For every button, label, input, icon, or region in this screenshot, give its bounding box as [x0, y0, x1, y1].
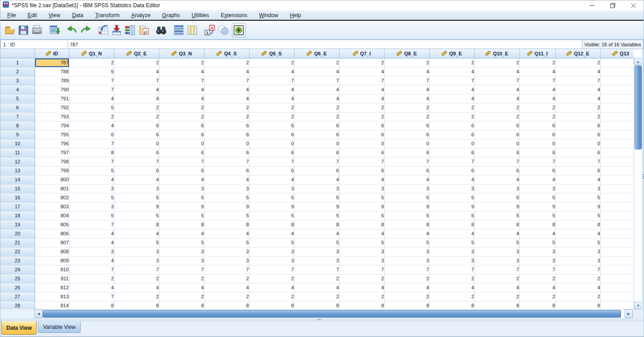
vertical-scrollbar[interactable]: ▲ ▼: [634, 58, 642, 309]
data-cell[interactable]: 4: [69, 256, 114, 265]
data-cell[interactable]: 3: [429, 247, 474, 256]
data-cell[interactable]: 5: [69, 166, 114, 175]
data-cell[interactable]: 8: [114, 220, 159, 229]
column-header-q12_e[interactable]: Q12_E: [555, 49, 600, 58]
data-cell[interactable]: 4: [249, 229, 294, 238]
data-cell[interactable]: [600, 184, 634, 193]
data-cell[interactable]: 796: [35, 139, 69, 148]
data-cell[interactable]: 4: [339, 67, 384, 76]
data-cell[interactable]: 6: [249, 148, 294, 157]
data-cell[interactable]: 6: [294, 148, 339, 157]
row-number-header[interactable]: 4: [0, 85, 35, 94]
data-cell[interactable]: 4: [159, 229, 204, 238]
descriptive-statistics-icon[interactable]: μ: [137, 23, 150, 37]
data-cell[interactable]: 3: [114, 184, 159, 193]
data-cell[interactable]: 4: [294, 67, 339, 76]
data-cell[interactable]: 6: [114, 166, 159, 175]
data-cell[interactable]: 3: [159, 184, 204, 193]
data-cell[interactable]: 8: [294, 301, 339, 309]
data-cell[interactable]: 4: [339, 229, 384, 238]
data-cell[interactable]: 800: [35, 175, 69, 184]
data-cell[interactable]: 9: [474, 202, 519, 211]
data-cell[interactable]: 0: [555, 139, 600, 148]
data-cell[interactable]: 4: [519, 85, 555, 94]
data-cell[interactable]: 6: [519, 130, 555, 139]
data-cell[interactable]: 4: [114, 175, 159, 184]
data-cell[interactable]: [600, 202, 634, 211]
data-cell[interactable]: 3: [249, 184, 294, 193]
data-cell[interactable]: 3: [204, 184, 249, 193]
data-cell[interactable]: 8: [384, 301, 429, 309]
data-cell[interactable]: 3: [294, 256, 339, 265]
data-cell[interactable]: 6: [429, 148, 474, 157]
data-cell[interactable]: 6: [429, 130, 474, 139]
data-cell[interactable]: 4: [204, 94, 249, 103]
row-number-header[interactable]: 7: [0, 112, 35, 121]
data-cell[interactable]: 2: [114, 112, 159, 121]
data-cell[interactable]: 3: [69, 247, 114, 256]
column-header-q10_e[interactable]: Q10_E: [474, 49, 519, 58]
data-cell[interactable]: 4: [204, 229, 249, 238]
data-cell[interactable]: 3: [384, 184, 429, 193]
data-cell[interactable]: 3: [204, 247, 249, 256]
data-cell[interactable]: 4: [114, 229, 159, 238]
data-cell[interactable]: 5: [204, 211, 249, 220]
data-cell[interactable]: 4: [159, 94, 204, 103]
data-cell[interactable]: 2: [249, 112, 294, 121]
row-number-header[interactable]: 16: [0, 193, 35, 202]
show-all-variables-icon[interactable]: [232, 23, 245, 37]
data-cell[interactable]: 2: [339, 292, 384, 301]
data-cell[interactable]: 7: [159, 157, 204, 166]
data-cell[interactable]: 6: [339, 130, 384, 139]
data-cell[interactable]: 2: [294, 103, 339, 112]
data-cell[interactable]: 5: [429, 211, 474, 220]
data-cell[interactable]: 3: [159, 247, 204, 256]
scroll-left-button[interactable]: ◀: [35, 310, 43, 318]
data-cell[interactable]: 2: [519, 58, 555, 67]
menu-item-edit[interactable]: Edit: [22, 11, 43, 19]
data-cell[interactable]: 2: [474, 292, 519, 301]
scroll-right-button[interactable]: ▶: [625, 310, 633, 318]
data-cell[interactable]: 4: [69, 283, 114, 292]
data-cell[interactable]: 5: [555, 211, 600, 220]
data-cell[interactable]: 2: [114, 274, 159, 283]
horizontal-scrollbar-thumb[interactable]: [43, 310, 621, 318]
data-cell[interactable]: 8: [555, 301, 600, 309]
data-cell[interactable]: 5: [204, 193, 249, 202]
data-cell[interactable]: 4: [555, 67, 600, 76]
data-cell[interactable]: 2: [294, 292, 339, 301]
data-cell[interactable]: 2: [519, 274, 555, 283]
column-header-q1_n[interactable]: Q1_N: [69, 49, 114, 58]
data-cell[interactable]: 4: [429, 67, 474, 76]
data-cell[interactable]: 3: [114, 256, 159, 265]
data-cell[interactable]: 4: [555, 85, 600, 94]
data-cell[interactable]: 8: [249, 301, 294, 309]
data-cell[interactable]: 8: [204, 301, 249, 309]
data-cell[interactable]: 8: [339, 301, 384, 309]
data-cell[interactable]: 7: [69, 265, 114, 274]
data-cell[interactable]: 4: [555, 175, 600, 184]
data-cell[interactable]: 4: [474, 175, 519, 184]
data-cell[interactable]: 6: [249, 166, 294, 175]
data-cell[interactable]: 5: [384, 193, 429, 202]
data-cell[interactable]: 4: [474, 94, 519, 103]
data-cell[interactable]: 2: [339, 58, 384, 67]
data-cell[interactable]: 2: [114, 292, 159, 301]
data-cell[interactable]: 7: [114, 157, 159, 166]
column-header-q4_s[interactable]: Q4_S: [204, 49, 249, 58]
insert-cases-icon[interactable]: [172, 23, 186, 37]
data-cell[interactable]: 7: [114, 265, 159, 274]
data-cell[interactable]: 8: [555, 220, 600, 229]
data-cell[interactable]: 787: [35, 58, 69, 67]
data-cell[interactable]: 4: [429, 94, 474, 103]
data-cell[interactable]: 6: [384, 166, 429, 175]
data-cell[interactable]: 0: [474, 139, 519, 148]
data-cell[interactable]: 6: [384, 121, 429, 130]
menu-item-window[interactable]: Window: [253, 11, 284, 19]
data-cell[interactable]: [600, 94, 634, 103]
data-cell[interactable]: 4: [249, 175, 294, 184]
data-cell[interactable]: 3: [159, 256, 204, 265]
data-cell[interactable]: 5: [69, 67, 114, 76]
data-cell[interactable]: 4: [384, 229, 429, 238]
data-cell[interactable]: [600, 220, 634, 229]
